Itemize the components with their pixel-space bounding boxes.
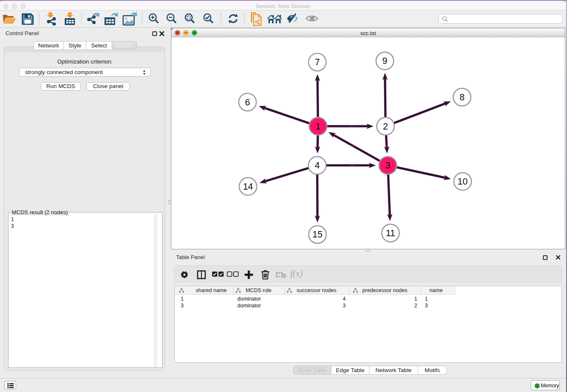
svg-text:6: 6 (245, 97, 250, 108)
svg-text:15: 15 (312, 229, 322, 240)
svg-text:2: 2 (383, 121, 388, 132)
svg-text:11: 11 (386, 228, 395, 238)
svg-text:8: 8 (460, 92, 465, 102)
svg-text:4: 4 (315, 160, 320, 171)
svg-text:14: 14 (243, 182, 253, 192)
svg-text:1: 1 (316, 121, 321, 132)
svg-text:3: 3 (385, 160, 391, 171)
svg-text:7: 7 (315, 57, 320, 67)
svg-text:9: 9 (383, 56, 388, 66)
svg-text:10: 10 (457, 177, 468, 187)
